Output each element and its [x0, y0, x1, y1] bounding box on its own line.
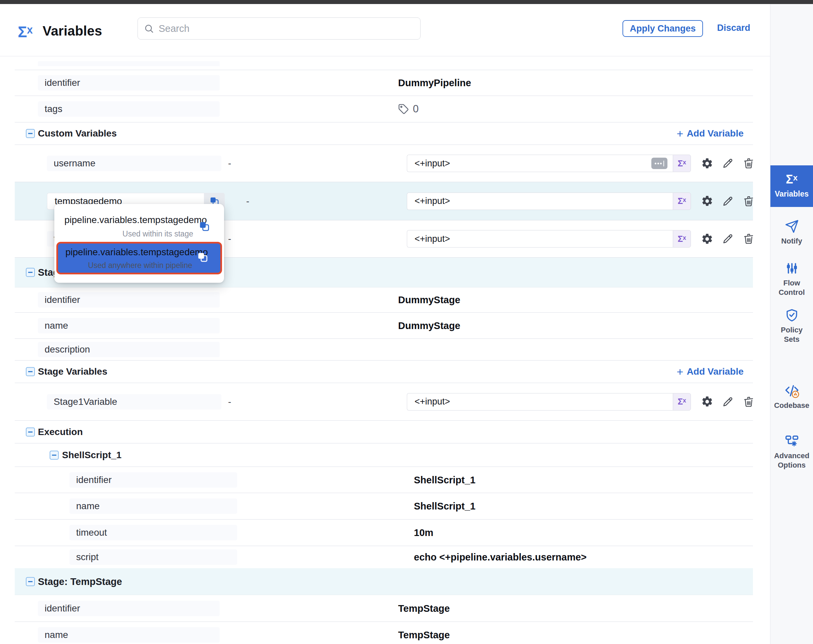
search-box[interactable] [138, 17, 420, 40]
collapse-minus-icon[interactable] [26, 367, 35, 376]
row-label: identifier [69, 472, 237, 488]
table-row-step-name: name ShellScript_1 [15, 493, 753, 520]
expression-toggle-icon[interactable]: Σˣ [673, 393, 691, 411]
delete-trash-icon[interactable] [742, 232, 755, 245]
page-title: Variables [43, 23, 102, 38]
row-label: script [69, 549, 237, 565]
edit-pencil-icon[interactable] [721, 156, 735, 170]
section-header-stage-variables: Stage Variables + Add Variable [15, 360, 753, 383]
sidebar-item-policy-sets[interactable]: Policy Sets [770, 308, 813, 344]
search-input[interactable] [159, 23, 414, 34]
row-label: timeout [69, 525, 237, 540]
copy-path-popup: pipeline.variables.tempstagedemo Used wi… [54, 204, 224, 283]
sliders-icon [770, 261, 813, 276]
runtime-input-settings-icon[interactable] [651, 158, 667, 169]
settings-gear-icon[interactable] [700, 232, 714, 245]
row-label: name [38, 318, 220, 333]
add-variable-label: Add Variable [687, 128, 744, 139]
sidebar-item-notify[interactable]: Notify [770, 219, 813, 246]
row-label: identifier [38, 601, 220, 616]
row-value: TempStage [398, 603, 450, 614]
delete-trash-icon[interactable] [742, 156, 755, 170]
sidebar-item-variables[interactable]: Σˣ Variables [770, 166, 813, 207]
apply-changes-button[interactable]: Apply Changes [623, 20, 703, 37]
variables-sigma-icon: Σˣ [770, 173, 813, 186]
flowchart-gear-icon [770, 434, 813, 448]
row-value: DummyPipeline [398, 77, 471, 89]
code-warning-icon [770, 383, 813, 398]
discard-button[interactable]: Discard [717, 23, 750, 33]
studio-right-rail: Σˣ Variables Notify Flow Control Policy … [770, 4, 813, 644]
input-value: <+input> [414, 158, 450, 169]
collapse-minus-icon[interactable] [26, 129, 35, 138]
paper-plane-icon [770, 219, 813, 234]
collapse-minus-icon[interactable] [50, 451, 59, 460]
sidebar-item-advanced-options[interactable]: Advanced Options [770, 434, 813, 470]
popup-option-pipeline-scope-selected[interactable]: pipeline.variables.tempstagedemo Used an… [56, 242, 222, 274]
collapse-minus-icon[interactable] [26, 268, 35, 277]
expression-toggle-icon[interactable]: Σˣ [673, 155, 691, 172]
section-title: ShellScript_1 [62, 450, 121, 460]
row-label: name [38, 627, 220, 642]
add-variable-button[interactable]: + Add Variable [677, 128, 744, 139]
row-label: identifier [38, 292, 220, 308]
variable-value-input[interactable]: <+input> [407, 393, 673, 411]
table-row-partial [15, 60, 753, 70]
variable-row-stage1variable: Stage1Variable - <+input> Σˣ [15, 383, 753, 421]
copy-icon[interactable] [197, 251, 208, 264]
edit-pencil-icon[interactable] [721, 395, 735, 409]
row-value: echo <+pipeline.variables.username> [414, 552, 587, 563]
edit-pencil-icon[interactable] [721, 232, 735, 245]
section-title: Stage: TempStage [38, 576, 122, 587]
variable-description: - [246, 196, 249, 207]
window-top-strip [0, 0, 813, 4]
collapse-minus-icon[interactable] [26, 577, 35, 586]
table-row-tempstage-identifier: identifier TempStage [15, 595, 753, 622]
settings-gear-icon[interactable] [700, 195, 714, 208]
sidebar-item-label: Variables [770, 190, 813, 199]
scope-hint: Used anywhere within pipeline [88, 261, 192, 270]
table-row-tempstage-name: name TempStage [15, 622, 753, 644]
sidebar-item-label: Flow Control [770, 278, 813, 297]
section-header-shellscript-1: ShellScript_1 [15, 443, 753, 467]
section-title: Custom Variables [38, 128, 117, 139]
variable-name: Stage1Variable [47, 394, 221, 409]
delete-trash-icon[interactable] [742, 195, 755, 208]
expression-toggle-icon[interactable]: Σˣ [673, 193, 691, 210]
add-variable-button[interactable]: + Add Variable [677, 366, 744, 377]
settings-gear-icon[interactable] [700, 395, 714, 409]
variables-drawer: Σˣ Variables Apply Changes Discard ident… [0, 4, 770, 644]
expression-toggle-icon[interactable]: Σˣ [673, 230, 691, 248]
sidebar-item-label: Advanced Options [770, 451, 813, 470]
section-header-stage-tempstage: Stage: TempStage [15, 568, 753, 595]
sidebar-item-flow-control[interactable]: Flow Control [770, 261, 813, 297]
variable-description: - [228, 396, 231, 407]
variable-path: pipeline.variables.tempstagedemo [64, 215, 207, 225]
row-value: 0 [398, 103, 419, 115]
row-label: tags [38, 101, 220, 117]
variable-value-input[interactable]: <+input> [407, 230, 673, 248]
row-value: TempStage [398, 630, 450, 641]
variable-description: - [228, 158, 231, 169]
section-title: Stage Variables [38, 366, 107, 377]
variable-value-input-group: <+input> Σˣ [407, 230, 691, 248]
add-variable-label: Add Variable [687, 366, 744, 377]
row-value: DummyStage [398, 320, 460, 331]
panel-header: Σˣ Variables Apply Changes Discard [0, 4, 770, 56]
edit-pencil-icon[interactable] [721, 195, 735, 208]
variable-value-input[interactable]: <+input> [407, 193, 673, 210]
variable-row-username: username - <+input> Σˣ [15, 145, 753, 182]
variables-table: identifier DummyPipeline tags 0 Custom V… [15, 60, 753, 644]
sidebar-item-codebase[interactable]: Codebase [770, 383, 813, 410]
row-value: ShellScript_1 [414, 501, 476, 512]
section-title: Execution [38, 427, 83, 437]
row-label: description [38, 342, 220, 357]
sidebar-item-label: Notify [770, 236, 813, 246]
popup-option-stage-scope[interactable]: pipeline.variables.tempstagedemo Used wi… [54, 207, 224, 241]
delete-trash-icon[interactable] [742, 395, 755, 409]
variable-value-input[interactable]: <+input> [407, 155, 673, 172]
collapse-minus-icon[interactable] [26, 427, 35, 436]
row-value: 10m [414, 527, 433, 538]
settings-gear-icon[interactable] [700, 156, 714, 170]
copy-icon[interactable] [199, 221, 210, 233]
